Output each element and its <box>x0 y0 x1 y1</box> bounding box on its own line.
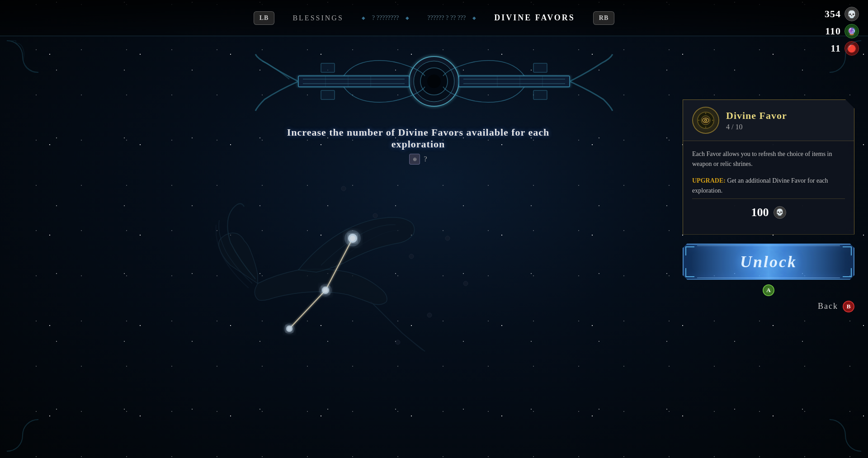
svg-point-42 <box>705 120 707 121</box>
lb-button[interactable]: LB <box>254 11 275 25</box>
rings-currency: 110 🔮 <box>825 24 859 38</box>
back-row: Back B <box>683 298 854 315</box>
corner-bl-decoration <box>685 268 694 277</box>
right-panel: Divine Favor 4 / 10 Each Favor allows yo… <box>683 99 854 315</box>
unlock-button-label: Unlock <box>740 252 797 271</box>
info-card: Divine Favor 4 / 10 Each Favor allows yo… <box>683 99 854 235</box>
corner-tr-decoration <box>843 246 852 255</box>
divine-favors-tab[interactable]: DIVINE FAVORS <box>494 13 575 23</box>
back-label: Back <box>818 302 838 311</box>
svg-point-23 <box>409 254 414 259</box>
ring-currency-icon: 🔮 <box>844 24 859 38</box>
corner-ornament-tr <box>827 38 863 75</box>
nav-diamond-2: ◆ <box>406 15 409 20</box>
nav-diamond-1: ◆ <box>362 15 365 20</box>
upgrade-label: UPGRADE: <box>692 177 726 184</box>
favor-icon <box>692 107 719 134</box>
svg-point-28 <box>463 281 468 286</box>
nav-tab1[interactable]: ? ???????? <box>372 14 399 22</box>
cost-value: 100 <box>751 206 769 219</box>
info-card-level: 4 / 10 <box>726 123 845 131</box>
top-navigation: LB BLESSINGS ◆ ? ???????? ◆ ?????? ? ?? … <box>0 0 868 36</box>
corner-ornament-br <box>827 417 863 453</box>
skulls-value: 354 <box>825 8 841 20</box>
constellation-area <box>0 36 687 458</box>
svg-point-22 <box>373 213 377 218</box>
svg-point-37 <box>350 236 355 241</box>
rings-value: 110 <box>825 25 841 37</box>
a-button-indicator: A <box>683 284 854 296</box>
corner-br-decoration <box>843 268 852 277</box>
info-description: Each Favor allows you to refresh the cho… <box>692 149 845 170</box>
corner-ornament-tl <box>5 38 41 75</box>
svg-point-34 <box>323 288 328 293</box>
cost-row: 100 💀 <box>692 198 845 226</box>
info-header: Divine Favor 4 / 10 <box>683 100 854 141</box>
svg-point-31 <box>288 327 291 331</box>
unlock-button[interactable]: Unlock <box>683 244 854 280</box>
skulls-currency: 354 💀 <box>825 7 859 21</box>
rb-button[interactable]: RB <box>593 11 614 25</box>
svg-point-26 <box>396 340 400 345</box>
nav-separator-2: ?????? ? ?? ??? ◆ <box>427 14 476 22</box>
info-title-area: Divine Favor 4 / 10 <box>726 110 845 131</box>
corner-tl-decoration <box>685 246 694 255</box>
nav-tab2[interactable]: ?????? ? ?? ??? <box>427 14 466 22</box>
upgrade-text: UPGRADE: Get an additional Divine Favor … <box>692 176 845 196</box>
info-card-title: Divine Favor <box>726 110 845 122</box>
nav-separator-1: ◆ ? ???????? ◆ <box>362 14 409 22</box>
info-body: Each Favor allows you to refresh the cho… <box>683 141 854 234</box>
a-button: A <box>763 284 774 296</box>
svg-line-20 <box>289 290 326 329</box>
svg-point-24 <box>445 236 450 241</box>
nav-diamond-3: ◆ <box>472 15 476 20</box>
skull-currency-icon: 💀 <box>844 7 859 21</box>
svg-point-25 <box>427 313 432 317</box>
svg-point-27 <box>341 186 346 191</box>
b-button[interactable]: B <box>843 301 854 312</box>
corner-ornament-bl <box>5 417 41 453</box>
blessings-tab[interactable]: BLESSINGS <box>292 14 343 22</box>
cost-skull-icon: 💀 <box>774 206 786 219</box>
